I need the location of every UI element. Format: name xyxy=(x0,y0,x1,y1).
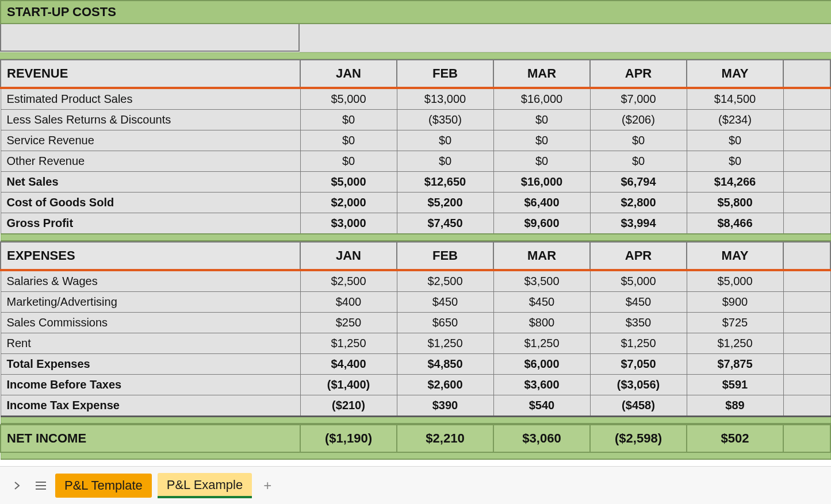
cell-value[interactable]: $0 xyxy=(300,151,397,172)
cell-value[interactable]: $5,200 xyxy=(397,193,493,213)
row-label[interactable]: Cost of Goods Sold xyxy=(1,193,300,213)
cell-value[interactable]: $1,250 xyxy=(300,333,397,354)
cell-value[interactable]: $400 xyxy=(300,292,397,313)
cell-value[interactable]: $0 xyxy=(300,130,397,151)
row-label[interactable]: Sales Commissions xyxy=(1,313,300,333)
cell-value[interactable]: $3,500 xyxy=(493,270,590,292)
cell-value[interactable]: $13,000 xyxy=(397,88,493,110)
cell-value[interactable]: $1,250 xyxy=(397,333,493,354)
cell-value[interactable]: $450 xyxy=(493,292,590,313)
cell-value[interactable]: $0 xyxy=(687,130,783,151)
section-header-label[interactable]: EXPENSES xyxy=(1,242,300,270)
cell-value[interactable]: $2,000 xyxy=(300,193,397,213)
cell-value[interactable]: $8,466 xyxy=(687,213,783,234)
cell-value[interactable]: ($3,056) xyxy=(590,375,687,395)
cell-value[interactable]: $16,000 xyxy=(493,88,590,110)
row-label[interactable]: Estimated Product Sales xyxy=(1,88,300,110)
cell-value[interactable]: $0 xyxy=(397,130,493,151)
month-header[interactable]: APR xyxy=(590,242,687,270)
cell-value[interactable]: $450 xyxy=(397,292,493,313)
net-income-val[interactable]: ($2,598) xyxy=(590,425,687,452)
cell-value[interactable]: $5,000 xyxy=(687,270,783,292)
row-label[interactable]: Less Sales Returns & Discounts xyxy=(1,110,300,130)
row-label[interactable]: Marketing/Advertising xyxy=(1,292,300,313)
cell-value[interactable]: ($234) xyxy=(687,110,783,130)
cell-value[interactable]: $3,000 xyxy=(300,213,397,234)
cell-value[interactable]: $4,400 xyxy=(300,354,397,375)
cell-value[interactable]: $14,500 xyxy=(687,88,783,110)
cell-value[interactable]: $16,000 xyxy=(493,172,590,193)
cell-value[interactable]: $350 xyxy=(590,313,687,333)
cell-value[interactable]: $5,000 xyxy=(300,172,397,193)
cell-value[interactable]: $12,650 xyxy=(397,172,493,193)
section-header-label[interactable]: REVENUE xyxy=(1,60,300,88)
cell-value[interactable]: $0 xyxy=(493,110,590,130)
row-label[interactable]: Income Before Taxes xyxy=(1,375,300,395)
tab-pl-template[interactable]: P&L Template xyxy=(55,474,152,498)
cell-value[interactable]: $800 xyxy=(493,313,590,333)
row-label[interactable]: Service Revenue xyxy=(1,130,300,151)
cell-value[interactable]: ($458) xyxy=(590,395,687,417)
cell-value[interactable]: $6,400 xyxy=(493,193,590,213)
cell-value[interactable]: $1,250 xyxy=(687,333,783,354)
cell-value[interactable]: $2,500 xyxy=(397,270,493,292)
cell-value[interactable]: $390 xyxy=(397,395,493,417)
month-header[interactable]: FEB xyxy=(397,242,493,270)
add-sheet-icon[interactable]: + xyxy=(258,475,277,496)
cell-value[interactable]: $7,000 xyxy=(590,88,687,110)
cell-value[interactable]: $900 xyxy=(687,292,783,313)
cell-value[interactable]: ($350) xyxy=(397,110,493,130)
row-label[interactable]: Income Tax Expense xyxy=(1,395,300,417)
net-income-label[interactable]: NET INCOME xyxy=(1,425,300,452)
cell-value[interactable]: $2,800 xyxy=(590,193,687,213)
cell-value[interactable]: $450 xyxy=(590,292,687,313)
month-header[interactable]: FEB xyxy=(397,60,493,88)
chevron-right-icon[interactable] xyxy=(7,479,26,492)
cell-value[interactable]: $725 xyxy=(687,313,783,333)
month-header[interactable]: APR xyxy=(590,60,687,88)
cell-value[interactable]: $5,000 xyxy=(300,88,397,110)
blank-cell[interactable] xyxy=(0,24,300,52)
cell-value[interactable]: $5,000 xyxy=(590,270,687,292)
net-income-val[interactable]: $2,210 xyxy=(397,425,493,452)
cell-value[interactable]: $6,794 xyxy=(590,172,687,193)
cell-value[interactable]: $14,266 xyxy=(687,172,783,193)
cell-value[interactable]: $0 xyxy=(590,151,687,172)
cell-value[interactable]: $4,850 xyxy=(397,354,493,375)
cell-value[interactable]: $591 xyxy=(687,375,783,395)
net-income-val[interactable]: $3,060 xyxy=(493,425,590,452)
cell-value[interactable]: $0 xyxy=(687,151,783,172)
cell-value[interactable]: ($210) xyxy=(300,395,397,417)
row-label[interactable]: Gross Profit xyxy=(1,213,300,234)
month-header[interactable]: MAY xyxy=(687,60,783,88)
row-label[interactable]: Salaries & Wages xyxy=(1,270,300,292)
cell-value[interactable]: $540 xyxy=(493,395,590,417)
cell-value[interactable]: $0 xyxy=(493,151,590,172)
cell-value[interactable]: $7,050 xyxy=(590,354,687,375)
month-header[interactable]: JAN xyxy=(300,60,397,88)
cell-value[interactable]: $5,800 xyxy=(687,193,783,213)
row-label[interactable]: Rent xyxy=(1,333,300,354)
net-income-val[interactable]: $502 xyxy=(687,425,783,452)
row-label[interactable]: Total Expenses xyxy=(1,354,300,375)
cell-value[interactable]: $250 xyxy=(300,313,397,333)
cell-value[interactable]: ($1,400) xyxy=(300,375,397,395)
menu-icon[interactable] xyxy=(32,479,49,492)
cell-value[interactable]: $3,994 xyxy=(590,213,687,234)
month-header[interactable]: MAR xyxy=(493,242,590,270)
cell-value[interactable]: $7,875 xyxy=(687,354,783,375)
cell-value[interactable]: $7,450 xyxy=(397,213,493,234)
net-income-val[interactable]: ($1,190) xyxy=(300,425,397,452)
cell-value[interactable]: $3,600 xyxy=(493,375,590,395)
cell-value[interactable]: $0 xyxy=(300,110,397,130)
cell-value[interactable]: $1,250 xyxy=(493,333,590,354)
cell-value[interactable]: $0 xyxy=(590,130,687,151)
cell-value[interactable]: $0 xyxy=(397,151,493,172)
cell-value[interactable]: $6,000 xyxy=(493,354,590,375)
cell-value[interactable]: $2,500 xyxy=(300,270,397,292)
cell-value[interactable]: $9,600 xyxy=(493,213,590,234)
cell-value[interactable]: $650 xyxy=(397,313,493,333)
month-header[interactable]: MAY xyxy=(687,242,783,270)
cell-value[interactable]: $89 xyxy=(687,395,783,417)
tab-pl-example[interactable]: P&L Example xyxy=(158,473,252,498)
